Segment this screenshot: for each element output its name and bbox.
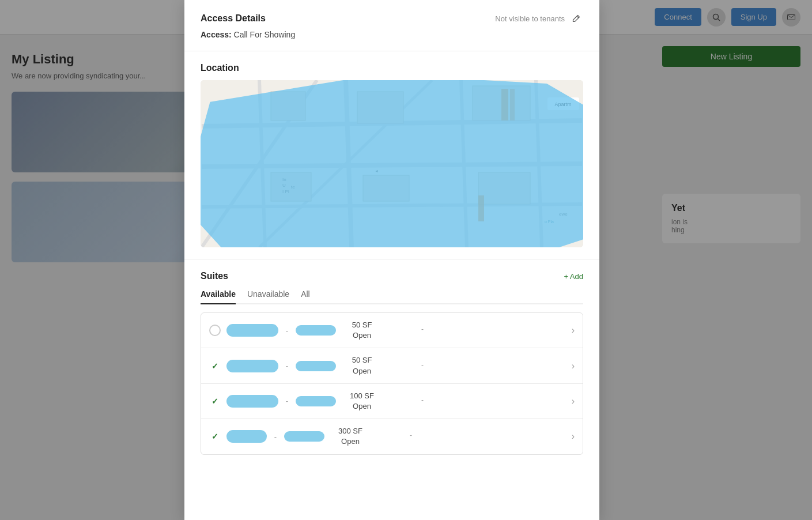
suites-title: Suites — [201, 271, 228, 281]
suites-table: - 50 SF Open - › - 50 SF — [201, 312, 583, 455]
suite-arrow-2[interactable]: › — [572, 361, 575, 371]
suite-size-4: 300 SF Open — [330, 426, 371, 447]
suite-price-group-4: - — [376, 430, 445, 443]
suites-header: Suites + Add — [201, 271, 583, 281]
suite-name-pill-1 — [226, 324, 278, 337]
location-section: Location — [184, 51, 599, 259]
modal: Access Details Not visible to tenants Ac… — [184, 0, 599, 520]
suite-dash-1: - — [284, 326, 290, 335]
edit-access-button[interactable] — [569, 12, 583, 25]
suite-row[interactable]: - 50 SF Open - › — [201, 348, 583, 383]
suite-price-group-2: - — [388, 360, 457, 372]
not-visible-label: Not visible to tenants — [495, 14, 565, 23]
suite-check-4[interactable] — [209, 431, 221, 442]
suite-check-2[interactable] — [209, 360, 221, 372]
access-details-title: Access Details — [201, 13, 266, 24]
suite-sub-pill-2 — [296, 361, 336, 371]
suite-row[interactable]: - 100 SF Open - › — [201, 384, 583, 419]
suite-size-1: 50 SF Open — [342, 320, 382, 341]
suite-row[interactable]: - 50 SF Open - › — [201, 313, 583, 348]
suite-dash-4: - — [273, 432, 278, 441]
suites-section: Suites + Add Available Unavailable All -… — [184, 259, 599, 466]
suite-check-1[interactable] — [209, 325, 221, 336]
svg-line-3 — [577, 16, 579, 18]
suite-price-sub-3: - — [421, 396, 424, 408]
map-overlay — [201, 80, 583, 247]
access-value-text: Call For Showing — [234, 30, 296, 39]
suite-price-sub-1: - — [421, 325, 424, 337]
suite-price-sub-4: - — [410, 431, 412, 443]
suite-price-group-3: - — [388, 395, 457, 408]
suite-name-pill-2 — [226, 360, 278, 372]
access-details-meta: Not visible to tenants — [495, 12, 583, 25]
suite-dash-2: - — [284, 361, 290, 370]
suite-arrow-4[interactable]: › — [572, 431, 575, 442]
suite-dash-3: - — [284, 397, 290, 405]
suite-row[interactable]: - 300 SF Open - › — [201, 419, 583, 454]
suite-arrow-3[interactable]: › — [572, 396, 575, 406]
access-row: Access: Call For Showing — [201, 30, 583, 39]
location-title: Location — [201, 63, 583, 73]
suite-price-sub-2: - — [421, 361, 424, 372]
suite-price-group-1: - — [388, 324, 457, 337]
suite-sub-pill-4 — [284, 431, 324, 442]
suite-sub-pill-3 — [296, 396, 336, 406]
suite-sub-pill-1 — [296, 325, 336, 336]
access-details-header: Access Details Not visible to tenants — [201, 12, 583, 25]
map-background: Apartm In U te I PI ewe o Pla ◄ — [201, 80, 583, 247]
access-details-section: Access Details Not visible to tenants Ac… — [184, 0, 599, 51]
map-container[interactable]: Apartm In U te I PI ewe o Pla ◄ — [201, 80, 583, 247]
suite-size-2: 50 SF Open — [342, 355, 382, 376]
suite-name-pill-4 — [226, 430, 267, 443]
tab-unavailable[interactable]: Unavailable — [247, 289, 289, 304]
suite-arrow-1[interactable]: › — [572, 325, 575, 336]
add-suite-button[interactable]: + Add — [564, 272, 583, 281]
suite-name-pill-3 — [226, 395, 278, 408]
tab-all[interactable]: All — [301, 289, 310, 304]
suite-check-3[interactable] — [209, 395, 221, 407]
suites-tabs: Available Unavailable All — [201, 289, 583, 304]
suite-size-3: 100 SF Open — [342, 391, 382, 412]
access-label: Access: — [201, 30, 232, 39]
tab-available[interactable]: Available — [201, 289, 236, 304]
